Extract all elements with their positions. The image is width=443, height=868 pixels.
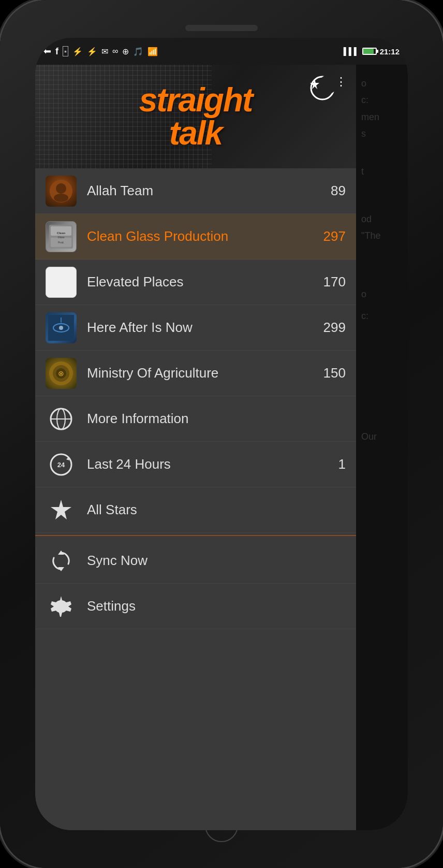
logo-straight: straight xyxy=(139,83,253,117)
svg-text:24: 24 xyxy=(57,461,65,469)
allah-team-count: 89 xyxy=(331,183,346,199)
settings-label: Settings xyxy=(87,598,346,614)
wifi-icon: 📶 xyxy=(147,47,158,56)
more-info-icon xyxy=(46,403,77,435)
svg-text:⊗: ⊗ xyxy=(58,369,64,378)
svg-point-4 xyxy=(56,183,66,194)
svg-marker-26 xyxy=(51,500,71,519)
battery-fill xyxy=(363,49,374,54)
ministry-label: Ministry Of Agriculture xyxy=(87,365,323,381)
all-stars-icon xyxy=(46,495,77,526)
elevated-places-label: Elevated Places xyxy=(87,274,323,290)
svg-point-14 xyxy=(59,326,63,330)
all-stars-label: All Stars xyxy=(87,502,346,518)
screen: ⬅ f ▪ ⚡ ⚡ ✉ ∞ ⊕ 🎵 📶 ▌▌▌ 21:12 xyxy=(35,38,408,830)
usb1-icon: ⚡ xyxy=(72,47,83,56)
menu-item-last-24[interactable]: 24 Last 24 Hours 1 xyxy=(35,442,356,487)
phone-frame: ⬅ f ▪ ⚡ ⚡ ✉ ∞ ⊕ 🎵 📶 ▌▌▌ 21:12 xyxy=(0,0,443,868)
sync-label: Sync Now xyxy=(87,553,346,569)
status-icons-right: ▌▌▌ 21:12 xyxy=(344,47,400,56)
settings-icon xyxy=(46,591,77,622)
clean-glass-label: Clean Glass Production xyxy=(87,228,323,244)
image-app-icon: ▪ xyxy=(63,46,68,56)
sync-icon xyxy=(46,545,77,576)
svg-text:Glass: Glass xyxy=(58,236,65,239)
allah-team-icon xyxy=(46,176,77,207)
usb2-icon: ⚡ xyxy=(87,47,97,56)
here-after-label: Here After Is Now xyxy=(87,320,323,336)
logo-talk: talk xyxy=(139,117,253,150)
clean-glass-icon: Clean Glass Prod. xyxy=(46,221,77,252)
crosshair-icon: ⊕ xyxy=(122,47,129,56)
menu-item-elevated-places[interactable]: Elevated Places 170 xyxy=(35,259,356,305)
last-24-label: Last 24 Hours xyxy=(87,456,338,472)
navigation-drawer: straight talk xyxy=(35,65,356,830)
phone-inner: ⬅ f ▪ ⚡ ⚡ ✉ ∞ ⊕ 🎵 📶 ▌▌▌ 21:12 xyxy=(35,38,408,830)
last-24-icon: 24 xyxy=(46,449,77,480)
voicemail-icon: ∞ xyxy=(112,47,118,56)
ministry-icon: ⊗ xyxy=(46,358,77,389)
overflow-icon: ⋮ xyxy=(335,75,347,88)
header-background: straight talk xyxy=(35,65,356,168)
main-content: o c: men s t od "The o c: Our xyxy=(35,65,408,830)
ministry-count: 150 xyxy=(323,365,346,381)
svg-text:Prod.: Prod. xyxy=(58,241,64,244)
music-off-icon: 🎵 xyxy=(133,47,143,56)
battery-icon xyxy=(362,48,377,55)
elevated-places-count: 170 xyxy=(323,274,346,290)
facebook-icon: f xyxy=(55,46,58,57)
more-info-label: More Information xyxy=(87,411,346,427)
status-icons-left: ⬅ f ▪ ⚡ ⚡ ✉ ∞ ⊕ 🎵 📶 xyxy=(43,46,158,57)
menu-item-sync[interactable]: Sync Now xyxy=(35,538,356,584)
clean-glass-count: 297 xyxy=(323,228,346,244)
status-bar: ⬅ f ▪ ⚡ ⚡ ✉ ∞ ⊕ 🎵 📶 ▌▌▌ 21:12 xyxy=(35,38,408,65)
elevated-places-icon xyxy=(46,267,77,298)
scrim-overlay[interactable] xyxy=(356,65,408,830)
drawer-header: straight talk xyxy=(35,65,356,168)
menu-item-ministry[interactable]: ⊗ Ministry Of Agriculture 150 xyxy=(35,351,356,396)
email-icon: ✉ xyxy=(101,47,108,56)
drawer-items-list: Allah Team 89 Clean G xyxy=(35,168,356,830)
menu-item-clean-glass[interactable]: Clean Glass Prod. Clean Glass Production… xyxy=(35,214,356,259)
here-after-count: 299 xyxy=(323,320,346,336)
last-24-count: 1 xyxy=(338,456,346,472)
clock: 21:12 xyxy=(380,47,400,56)
back-arrow-icon: ⬅ xyxy=(43,46,51,57)
signal-icon: ▌▌▌ xyxy=(344,47,359,55)
overflow-menu-button[interactable]: ⋮ xyxy=(331,71,351,93)
svg-text:Clean: Clean xyxy=(57,232,66,235)
menu-item-more-info[interactable]: More Information xyxy=(35,396,356,442)
menu-item-all-stars[interactable]: All Stars xyxy=(35,487,356,533)
menu-item-allah-team[interactable]: Allah Team 89 xyxy=(35,168,356,214)
here-after-icon xyxy=(46,312,77,343)
svg-point-5 xyxy=(54,194,68,202)
menu-item-here-after[interactable]: Here After Is Now 299 xyxy=(35,305,356,351)
allah-team-label: Allah Team xyxy=(87,183,331,199)
menu-item-settings[interactable]: Settings xyxy=(35,584,356,629)
menu-divider xyxy=(35,535,356,536)
